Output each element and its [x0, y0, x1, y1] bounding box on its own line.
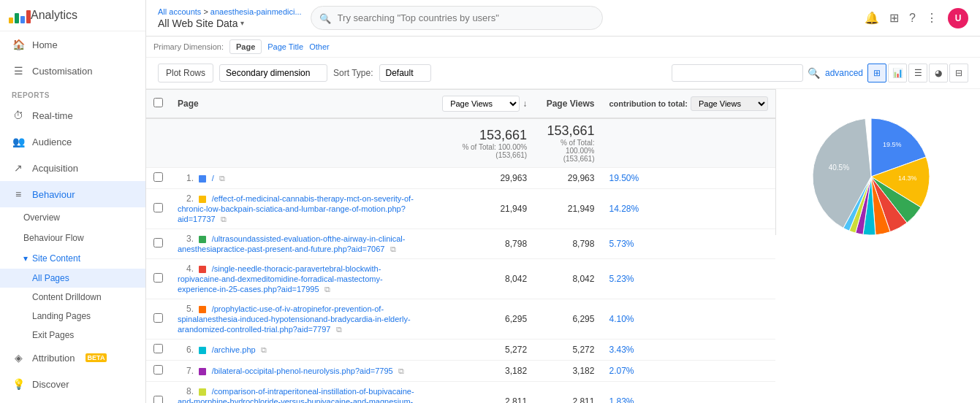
advanced-link[interactable]: advanced [825, 68, 863, 78]
row-checkbox[interactable] [153, 313, 163, 323]
row-page-cell: 5. /prophylactic-use-of-iv-atropinefor-p… [170, 299, 426, 339]
page-link[interactable]: /archive.php [212, 345, 256, 354]
prim-dim-option2[interactable]: Page Title [267, 42, 303, 51]
th-checkbox [146, 90, 170, 119]
logo-area: Analytics [0, 0, 145, 31]
table-search-icon[interactable]: 🔍 [808, 66, 821, 80]
table-search-input[interactable] [672, 64, 803, 82]
sidebar-item-landing-pages[interactable]: Landing Pages [0, 307, 145, 326]
plot-rows-button[interactable]: Plot Rows [158, 64, 213, 82]
grid-view-btn[interactable]: ⊞ [867, 64, 886, 82]
color-indicator [199, 196, 206, 203]
sidebar-item-admin[interactable]: ⚙ Admin [0, 397, 145, 403]
color-indicator [199, 368, 206, 375]
sidebar-item-exit-pages[interactable]: Exit Pages [0, 326, 145, 345]
table-view-btn[interactable]: ⊟ [949, 64, 968, 82]
more-icon[interactable]: ⋮ [926, 11, 938, 25]
page-link[interactable]: /single-needle-thoracic-paravertebral-bl… [178, 264, 383, 293]
behaviour-flow-label: Behaviour Flow [23, 233, 84, 243]
sidebar-item-attribution[interactable]: ◈ Attribution BETA [0, 345, 145, 371]
copy-icon[interactable]: ⧉ [324, 285, 330, 293]
row-percent-cell: 14.28% [601, 189, 775, 229]
page-link[interactable]: /prophylactic-use-of-iv-atropinefor-prev… [178, 304, 411, 334]
realtime-icon: ⏱ [12, 109, 25, 122]
copy-icon[interactable]: ⧉ [219, 174, 225, 183]
prim-dim-option3[interactable]: Other [309, 42, 330, 51]
behaviour-icon: ≡ [12, 188, 25, 201]
pie-label-1: 19.5% [882, 141, 901, 148]
select-all-checkbox[interactable] [153, 98, 163, 107]
page-link[interactable]: /bilateral-occipital-phenol-neurolysis.p… [212, 366, 393, 375]
page-link[interactable]: /effect-of-medicinal-cannabis-therapy-mc… [178, 194, 414, 223]
page-link[interactable]: /ultrasoundassisted-evaluation-ofthe-air… [178, 234, 405, 253]
row-views-cell: 8,042 [426, 259, 534, 299]
secondary-dimension-select[interactable]: Secondary dimension [219, 64, 327, 82]
beta-badge: BETA [86, 353, 107, 362]
search-icon: 🔍 [319, 12, 331, 23]
notifications-icon[interactable]: 🔔 [865, 11, 879, 25]
site-content-header[interactable]: ▾ Site Content [0, 248, 145, 269]
sidebar-item-discover[interactable]: 💡 Discover [0, 371, 145, 397]
sidebar-item-all-pages[interactable]: All Pages [0, 269, 145, 288]
breadcrumb-separator: > [203, 7, 210, 16]
page-dim-btn[interactable]: Page [229, 39, 262, 54]
row-checkbox[interactable] [153, 365, 163, 375]
row-checkbox[interactable] [153, 238, 163, 247]
sidebar-item-realtime[interactable]: ⏱ Real-time [0, 102, 145, 128]
page-link[interactable]: /comparison-of-intraperitoneal-instillat… [178, 387, 414, 403]
row-views-cell: 2,811 [426, 382, 534, 404]
row-checkbox[interactable] [153, 396, 163, 403]
row-checkbox-cell [146, 229, 170, 259]
row-checkbox[interactable] [153, 203, 163, 212]
sidebar-item-overview[interactable]: Overview [0, 207, 145, 228]
table-row: 8. /comparison-of-intraperitoneal-instil… [146, 382, 775, 404]
sidebar-item-behaviour-flow[interactable]: Behaviour Flow [0, 228, 145, 248]
row-num: 2. [178, 193, 194, 204]
list-view-btn[interactable]: ☰ [908, 64, 927, 82]
sidebar-item-customisation[interactable]: ☰ Customisation [0, 58, 145, 84]
copy-icon[interactable]: ⧉ [390, 245, 396, 253]
total-label [170, 118, 426, 168]
metric-select[interactable]: Page Views [442, 96, 520, 112]
top-right-icons: 🔔 ⊞ ? ⋮ U [865, 8, 968, 28]
color-indicator [199, 236, 206, 243]
help-icon[interactable]: ? [909, 12, 916, 25]
color-indicator [199, 388, 206, 396]
exit-pages-label: Exit Pages [32, 330, 74, 340]
copy-icon[interactable]: ⧉ [261, 345, 267, 354]
sidebar-item-acquisition[interactable]: ↗ Acquisition [0, 155, 145, 181]
row-views2-cell: 8,798 [534, 229, 601, 259]
sort-type-select[interactable]: Default [379, 64, 431, 82]
copy-icon[interactable]: ⧉ [221, 215, 227, 223]
account-selector[interactable]: All Web Site Data ▾ [158, 18, 302, 29]
sidebar-item-audience[interactable]: 👥 Audience [0, 128, 145, 155]
sidebar-item-content-drilldown[interactable]: Content Drilldown [0, 288, 145, 307]
row-checkbox[interactable] [153, 273, 163, 283]
row-checkbox-cell [146, 339, 170, 361]
row-num: 1. [178, 173, 194, 183]
row-checkbox-cell [146, 168, 170, 189]
row-checkbox[interactable] [153, 344, 163, 353]
row-views-cell: 5,272 [426, 339, 534, 361]
sidebar-item-behaviour[interactable]: ≡ Behaviour [0, 181, 145, 207]
pie-view-btn[interactable]: ◕ [929, 64, 948, 82]
page-link[interactable]: / [212, 174, 214, 183]
row-checkbox[interactable] [153, 172, 163, 182]
copy-icon[interactable]: ⧉ [336, 325, 342, 334]
sort-arrow-icon[interactable]: ↓ [523, 99, 527, 109]
chart-view-btn[interactable]: 📊 [888, 64, 907, 82]
search-input[interactable] [311, 6, 603, 30]
all-accounts-link[interactable]: All accounts [158, 7, 201, 16]
row-percent-cell: 4.10% [601, 299, 775, 339]
row-percent-cell: 1.83% [601, 382, 775, 404]
copy-icon[interactable]: ⧉ [398, 366, 404, 375]
account-link[interactable]: anaesthesia-painmedici... [210, 7, 302, 16]
sidebar-item-discover-label: Discover [32, 379, 69, 390]
attribution-icon: ◈ [12, 351, 25, 364]
avatar[interactable]: U [948, 8, 968, 28]
contribution-select[interactable]: Page Views [691, 96, 768, 111]
apps-icon[interactable]: ⊞ [889, 11, 899, 25]
sidebar-item-home[interactable]: 🏠 Home [0, 31, 145, 58]
content-drilldown-label: Content Drilldown [32, 292, 102, 302]
sidebar-item-behaviour-label: Behaviour [32, 189, 75, 200]
